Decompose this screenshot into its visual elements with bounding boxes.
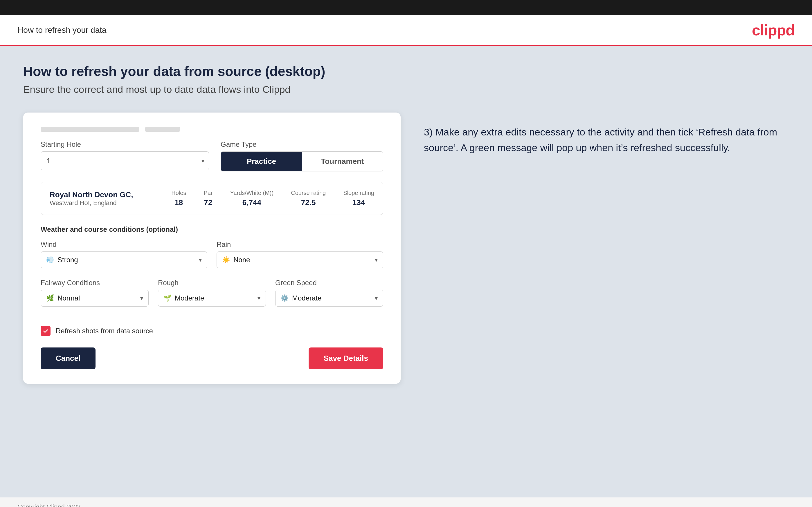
clippd-logo: clippd (752, 21, 795, 39)
wind-icon: 💨 (46, 256, 54, 264)
tournament-button[interactable]: Tournament (302, 152, 383, 171)
rain-value: None (234, 256, 375, 264)
course-stats: Holes 18 Par 72 Yards/White (M)) 6,744 C… (171, 190, 374, 207)
green-speed-label: Green Speed (275, 279, 383, 287)
page-subheading: Ensure the correct and most up to date d… (23, 84, 789, 95)
rain-group: Rain ☀️ None ▾ (216, 240, 383, 268)
side-description: 3) Make any extra edits necessary to the… (424, 113, 789, 156)
save-button[interactable]: Save Details (309, 347, 383, 369)
rough-select[interactable]: 🌱 Moderate ▾ (158, 290, 266, 306)
yards-value: 6,744 (230, 198, 274, 207)
course-card: Royal North Devon GC, Westward Ho!, Engl… (41, 182, 383, 215)
course-rating-label: Course rating (291, 190, 326, 196)
fairway-chevron-icon: ▾ (140, 295, 143, 302)
cancel-button[interactable]: Cancel (41, 347, 96, 369)
par-stat: Par 72 (204, 190, 212, 207)
refresh-checkbox-row: Refresh shots from data source (41, 326, 383, 336)
footer: Copyright Clippd 2022 (0, 497, 812, 507)
course-info: Royal North Devon GC, Westward Ho!, Engl… (50, 190, 133, 207)
green-speed-select[interactable]: ⚙️ Moderate ▾ (275, 290, 383, 306)
holes-label: Holes (171, 190, 186, 196)
side-text: 3) Make any extra edits necessary to the… (424, 124, 789, 156)
rain-select[interactable]: ☀️ None ▾ (216, 251, 383, 268)
conditions-title: Weather and course conditions (optional) (41, 225, 383, 233)
page-header-title: How to refresh your data (17, 25, 107, 35)
yards-label: Yards/White (M)) (230, 190, 274, 196)
fairway-rough-green-row: Fairway Conditions 🌿 Normal ▾ Rough 🌱 Mo… (41, 279, 383, 306)
par-label: Par (204, 190, 212, 196)
fairway-label: Fairway Conditions (41, 279, 149, 287)
starting-hole-row: Starting Hole 1 ▾ Game Type Practice Tou… (41, 140, 383, 171)
practice-button[interactable]: Practice (221, 152, 302, 171)
rough-value: Moderate (175, 294, 257, 302)
course-name: Royal North Devon GC, (50, 190, 133, 199)
page-heading: How to refresh your data from source (de… (23, 63, 789, 79)
course-location: Westward Ho!, England (50, 199, 133, 207)
green-speed-value: Moderate (292, 294, 375, 302)
wind-group: Wind 💨 Strong ▾ (41, 240, 207, 268)
wind-label: Wind (41, 240, 207, 248)
slope-rating-label: Slope rating (343, 190, 374, 196)
game-type-toggle: Practice Tournament (221, 152, 383, 171)
page-header: How to refresh your data clippd (0, 15, 812, 46)
fairway-value: Normal (57, 294, 140, 302)
content-area: Starting Hole 1 ▾ Game Type Practice Tou… (23, 113, 789, 384)
starting-hole-select-wrapper[interactable]: 1 ▾ (41, 152, 209, 170)
rain-chevron-icon: ▾ (375, 257, 378, 263)
fairway-select[interactable]: 🌿 Normal ▾ (41, 290, 149, 306)
green-speed-group: Green Speed ⚙️ Moderate ▾ (275, 279, 383, 306)
green-speed-chevron-icon: ▾ (375, 295, 378, 302)
wind-value: Strong (57, 256, 199, 264)
slope-rating-stat: Slope rating 134 (343, 190, 374, 207)
starting-hole-label: Starting Hole (41, 140, 209, 149)
wind-chevron-icon: ▾ (199, 257, 202, 263)
starting-hole-select[interactable]: 1 (41, 152, 209, 170)
par-value: 72 (204, 198, 212, 207)
refresh-checkbox[interactable] (41, 326, 51, 336)
rain-icon: ☀️ (222, 256, 230, 264)
slope-rating-value: 134 (343, 198, 374, 207)
rough-group: Rough 🌱 Moderate ▾ (158, 279, 266, 306)
wind-select[interactable]: 💨 Strong ▾ (41, 251, 207, 268)
fairway-group: Fairway Conditions 🌿 Normal ▾ (41, 279, 149, 306)
rough-chevron-icon: ▾ (257, 295, 260, 302)
holes-stat: Holes 18 (171, 190, 186, 207)
rough-icon: 🌱 (163, 294, 171, 302)
wind-rain-row: Wind 💨 Strong ▾ Rain ☀️ None ▾ (41, 240, 383, 268)
main-content: How to refresh your data from source (de… (0, 46, 812, 497)
form-divider (41, 317, 383, 317)
refresh-label: Refresh shots from data source (56, 327, 153, 335)
button-row: Cancel Save Details (41, 347, 383, 369)
rain-label: Rain (216, 240, 383, 248)
fairway-icon: 🌿 (46, 294, 54, 302)
green-speed-icon: ⚙️ (281, 294, 289, 302)
course-rating-value: 72.5 (291, 198, 326, 207)
yards-stat: Yards/White (M)) 6,744 (230, 190, 274, 207)
form-card: Starting Hole 1 ▾ Game Type Practice Tou… (23, 113, 401, 384)
rough-label: Rough (158, 279, 266, 287)
game-type-label: Game Type (221, 140, 383, 149)
holes-value: 18 (171, 198, 186, 207)
course-rating-stat: Course rating 72.5 (291, 190, 326, 207)
copyright-text: Copyright Clippd 2022 (17, 503, 81, 507)
